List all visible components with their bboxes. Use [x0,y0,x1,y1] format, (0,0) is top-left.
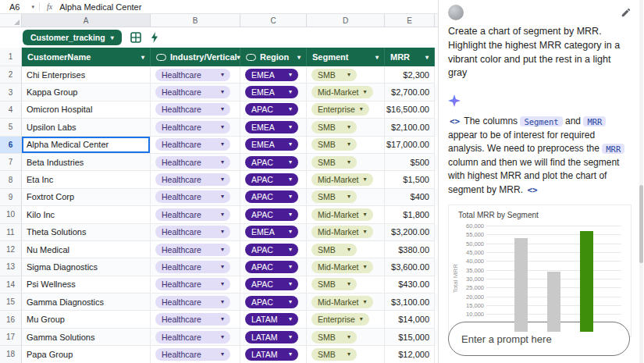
mrr-cell[interactable]: $430.00 [385,276,435,294]
segment-pill[interactable]: Enterprise ▾ [311,103,369,116]
segment-pill[interactable]: Mid-Market ▾ [311,261,373,273]
mrr-cell[interactable]: $15,000 [385,329,435,346]
region-cell[interactable]: LATAM ▾ [240,329,307,346]
industry-cell[interactable]: Healthcare ▾ [151,241,240,258]
chevron-down-icon[interactable]: ▾ [237,54,240,61]
customer-cell[interactable]: Gamma Diagnostics [22,294,151,311]
mrr-cell[interactable]: $17,000.00 [385,137,435,154]
customer-cell[interactable]: Alpha Medical Center [22,137,151,154]
region-pill[interactable]: APAC ▾ [245,244,298,256]
region-cell[interactable]: APAC ▾ [240,154,307,171]
header-industry[interactable]: Industry/Vertical ▾ [151,48,240,66]
table-grid-icon[interactable] [130,32,141,43]
segment-pill[interactable]: SMB ▾ [311,278,357,290]
segment-pill[interactable]: Mid-Market ▾ [311,296,373,308]
lightning-icon[interactable] [150,32,159,43]
region-cell[interactable]: APAC ▾ [240,241,307,258]
column-header-c[interactable]: C [240,14,307,27]
customer-cell[interactable]: Papa Group [22,346,151,363]
region-cell[interactable]: APAC ▾ [240,101,307,119]
segment-pill[interactable]: SMB ▾ [311,69,357,81]
customer-cell[interactable]: Foxtrot Corp [22,189,151,206]
segment-cell[interactable]: SMB ▾ [307,137,385,154]
region-cell[interactable]: EMEA ▾ [240,119,307,136]
industry-cell[interactable]: Healthcare ▾ [151,101,240,119]
segment-cell[interactable]: Mid-Market ▾ [307,206,385,223]
industry-pill[interactable]: Healthcare ▾ [155,331,230,343]
mrr-cell[interactable]: $1,500 [385,171,435,188]
row-number[interactable]: 12 [0,241,22,258]
segment-pill[interactable]: Mid-Market ▾ [311,86,373,98]
region-pill[interactable]: LATAM ▾ [245,348,298,361]
customer-cell[interactable]: Omicron Hospital [22,101,151,119]
customer-cell[interactable]: Kappa Group [22,84,151,101]
segment-cell[interactable]: SMB ▾ [307,189,385,206]
industry-pill[interactable]: Healthcare ▾ [155,244,230,256]
row-number[interactable]: 1 [0,48,22,66]
region-pill[interactable]: LATAM ▾ [245,313,298,326]
edit-icon[interactable] [621,7,632,18]
region-cell[interactable]: EMEA ▾ [240,66,307,84]
column-header-b[interactable]: B [151,14,240,27]
chevron-down-icon[interactable]: ▾ [375,54,379,61]
row-number[interactable]: 2 [0,66,22,84]
customer-cell[interactable]: Mu Group [22,311,151,328]
segment-cell[interactable]: Mid-Market ▾ [307,224,385,241]
mrr-cell[interactable]: $2,100.00 [385,119,435,136]
customer-cell[interactable]: Gamma Solutions [22,329,151,346]
segment-cell[interactable]: SMB ▾ [307,241,385,258]
industry-cell[interactable]: Healthcare ▾ [151,66,240,84]
industry-pill[interactable]: Healthcare ▾ [155,138,230,151]
region-pill[interactable]: APAC ▾ [245,190,298,203]
customer-cell[interactable]: Theta Solutions [22,224,151,241]
industry-pill[interactable]: Healthcare ▾ [155,69,230,81]
chevron-down-icon[interactable]: ▾ [297,54,301,61]
industry-cell[interactable]: Healthcare ▾ [151,206,240,223]
segment-pill[interactable]: Enterprise ▾ [311,313,369,326]
mrr-cell[interactable]: $500 [385,154,435,171]
row-number[interactable]: 10 [0,206,22,223]
segment-cell[interactable]: Mid-Market ▾ [307,294,385,311]
mrr-cell[interactable]: $3,200.00 [385,224,435,241]
segment-cell[interactable]: SMB ▾ [307,119,385,136]
customer-cell[interactable]: Chi Enterprises [22,66,151,84]
region-pill[interactable]: LATAM ▾ [245,331,298,343]
region-pill[interactable]: EMEA ▾ [245,138,298,151]
industry-pill[interactable]: Healthcare ▾ [155,190,230,203]
industry-pill[interactable]: Healthcare ▾ [155,156,230,169]
industry-cell[interactable]: Healthcare ▾ [151,154,240,171]
row-number[interactable]: 5 [0,119,22,136]
segment-pill[interactable]: SMB ▾ [311,138,357,151]
industry-pill[interactable]: Healthcare ▾ [155,103,230,116]
industry-pill[interactable]: Healthcare ▾ [155,313,230,326]
segment-cell[interactable]: SMB ▾ [307,346,385,363]
industry-pill[interactable]: Healthcare ▾ [155,173,230,186]
segment-pill[interactable]: SMB ▾ [311,190,357,203]
segment-cell[interactable]: SMB ▾ [307,329,385,346]
header-segment[interactable]: Segment ▾ [307,48,385,66]
industry-cell[interactable]: Healthcare ▾ [151,119,240,136]
segment-cell[interactable]: SMB ▾ [307,154,385,171]
region-cell[interactable]: APAC ▾ [240,276,307,294]
header-mrr[interactable]: MRR ▾ [385,48,435,66]
region-pill[interactable]: APAC ▾ [245,278,298,290]
mrr-cell[interactable]: $14,000 [385,311,435,328]
region-cell[interactable]: APAC ▾ [240,258,307,276]
customer-cell[interactable]: Beta Industries [22,154,151,171]
industry-cell[interactable]: Healthcare ▾ [151,258,240,276]
mrr-cell[interactable]: $2,700.00 [385,84,435,101]
row-number[interactable]: 15 [0,294,22,311]
region-cell[interactable]: LATAM ▾ [240,346,307,363]
segment-pill[interactable]: SMB ▾ [311,156,357,169]
region-cell[interactable]: EMEA ▾ [240,137,307,154]
row-number[interactable]: 3 [0,84,22,101]
mrr-cell[interactable]: $2,300 [385,66,435,84]
panel-scrollbar[interactable] [639,0,643,363]
scrollbar-thumb[interactable] [639,185,643,263]
chevron-down-icon[interactable]: ▾ [141,54,144,61]
region-pill[interactable]: APAC ▾ [245,103,298,116]
row-number[interactable]: 16 [0,311,22,328]
formula-input[interactable]: Alpha Medical Center [59,2,141,12]
column-header-e[interactable]: E [385,14,435,27]
header-customer-name[interactable]: CustomerName ▾ [22,48,151,66]
